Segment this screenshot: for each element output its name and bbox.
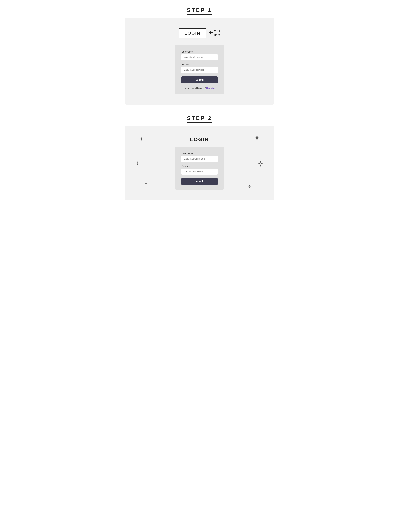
step1-panel: LOGIN ClickHere Username Password Submit	[125, 18, 274, 105]
sparkle-bottom-left	[144, 181, 148, 186]
click-here-text: ClickHere	[214, 30, 221, 36]
login-button[interactable]: LOGIN	[178, 28, 206, 38]
password-label: Password	[182, 63, 217, 66]
password-field-step2: Password	[182, 165, 217, 175]
password-input[interactable]	[182, 67, 217, 73]
password-field: Password	[182, 63, 217, 73]
sparkle-mid-left	[135, 161, 139, 166]
click-here-annotation: ClickHere	[208, 30, 221, 36]
username-input-step2[interactable]	[182, 156, 217, 162]
sparkle-bottom-right	[248, 184, 252, 190]
sparkle-top-right	[254, 135, 260, 142]
username-field: Username	[182, 51, 217, 60]
sparkle-top-right-small	[239, 143, 243, 148]
register-link[interactable]: Register	[206, 87, 215, 89]
step1-title: STEP 1	[187, 7, 212, 14]
password-input-step2[interactable]	[182, 169, 217, 175]
username-field-step2: Username	[182, 152, 217, 162]
login-heading: LOGIN	[190, 136, 209, 142]
login-form-card: Username Password Submit Belum memiliki …	[175, 45, 224, 94]
step2-section: STEP 2 LOGIN Username	[125, 115, 274, 200]
submit-button-step2[interactable]: Submit	[182, 178, 217, 185]
login-form-card-step2: Username Password Submit	[175, 146, 224, 190]
username-label-step2: Username	[182, 152, 217, 155]
step2-panel: LOGIN Username Password Submit	[125, 126, 274, 200]
step1-section: STEP 1 LOGIN ClickHere Username Password	[125, 7, 274, 105]
submit-button[interactable]: Submit	[182, 76, 217, 83]
arrow-icon	[208, 31, 213, 34]
sparkle-mid-right	[257, 161, 264, 168]
login-button-area: LOGIN ClickHere	[178, 28, 221, 38]
username-label: Username	[182, 51, 217, 53]
password-label-step2: Password	[182, 165, 217, 167]
step2-title: STEP 2	[187, 115, 212, 123]
username-input[interactable]	[182, 54, 217, 60]
sparkle-top-left	[139, 136, 144, 143]
register-text: Belum memiliki akun? Register	[182, 87, 217, 89]
